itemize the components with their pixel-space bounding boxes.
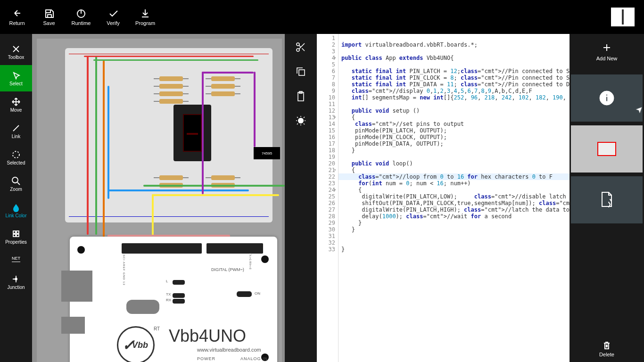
wire[interactable] — [93, 59, 258, 61]
logo-text: Vbb — [132, 340, 148, 350]
properties-icon — [11, 229, 21, 239]
move-label: Move — [10, 107, 22, 113]
debug-button[interactable] — [295, 115, 306, 126]
resistor[interactable] — [211, 76, 235, 81]
delete-label: Delete — [599, 352, 614, 357]
resistor[interactable] — [159, 76, 183, 81]
toolbox-button[interactable]: Toolbox — [0, 39, 32, 65]
wire[interactable] — [87, 56, 89, 235]
zoom-button[interactable]: Zoom — [0, 171, 32, 197]
svg-point-8 — [297, 43, 299, 46]
top-toolbar: Return Save Runtime Verify Program — [0, 0, 644, 34]
on-led — [237, 291, 252, 297]
code-body[interactable]: import virtualbreadboard.vbbRT.boards.*;… — [339, 34, 570, 362]
on-label: ON — [255, 291, 260, 296]
resistor[interactable] — [159, 84, 183, 89]
cut-button[interactable] — [295, 41, 306, 53]
resistor[interactable] — [211, 84, 235, 89]
arduino-board[interactable]: SCI AREF GND 13 L TX RX ON DIGITAL (PWM~… — [70, 237, 277, 362]
arduino-leds: L TX RX — [173, 279, 191, 300]
selected-button[interactable]: Selected — [0, 144, 32, 171]
wire[interactable] — [103, 60, 105, 258]
svg-rect-10 — [299, 70, 305, 75]
thumbnail-selection — [597, 142, 616, 156]
scissors-icon — [295, 41, 306, 53]
svg-rect-5 — [13, 234, 16, 237]
wire[interactable] — [95, 56, 97, 235]
add-new-button[interactable]: Add New — [596, 42, 618, 61]
rt-label: RT — [154, 326, 160, 331]
junction-button[interactable]: Junction — [0, 269, 32, 295]
resistor[interactable] — [211, 91, 235, 96]
paste-button[interactable] — [295, 90, 306, 102]
save-icon — [44, 8, 54, 18]
wire[interactable] — [152, 194, 279, 196]
save-button[interactable]: Save — [35, 3, 63, 31]
zoom-label: Zoom — [10, 187, 22, 192]
power-label: POWER — [197, 356, 215, 361]
breadboard-canvas[interactable]: 74595 — [32, 34, 285, 362]
right-panel: Add New i Delete — [570, 34, 644, 362]
pencil-icon — [11, 123, 21, 133]
wire[interactable] — [202, 72, 204, 194]
resistor[interactable] — [159, 91, 183, 96]
shift-register-chip[interactable]: 74595 — [254, 147, 280, 159]
resistor[interactable] — [159, 175, 183, 180]
copy-icon — [295, 66, 306, 77]
breadboard-thumbnail[interactable] — [571, 125, 643, 173]
properties-label: Properties — [5, 239, 27, 245]
svg-rect-4 — [17, 231, 19, 233]
wire[interactable] — [254, 72, 256, 147]
wire[interactable] — [84, 56, 254, 57]
svg-rect-6 — [17, 234, 19, 237]
zoom-icon — [11, 176, 21, 186]
split-view-button[interactable] — [611, 8, 635, 26]
svg-point-13 — [298, 118, 304, 123]
verify-button[interactable]: Verify — [99, 3, 127, 31]
chip-label: 74595 — [262, 151, 272, 156]
wire[interactable] — [107, 189, 249, 191]
vbb-logo: Vbb — [117, 326, 155, 362]
svg-text:i: i — [605, 92, 608, 104]
move-button[interactable]: Move — [0, 91, 32, 118]
junction-label: Junction — [7, 285, 25, 290]
wire[interactable] — [107, 86, 109, 199]
return-label: Return — [9, 20, 25, 26]
plus-icon — [602, 42, 612, 53]
led-tx-label: TX — [166, 292, 171, 296]
digital-label: DIGITAL (PWM~) — [211, 267, 244, 272]
delete-button[interactable]: Delete — [570, 340, 644, 357]
copy-button[interactable] — [295, 66, 306, 77]
pin-tx-labels: TX->1 RX<-0 — [249, 253, 252, 269]
wire[interactable] — [202, 72, 254, 74]
info-card[interactable]: i — [571, 74, 643, 122]
resistor[interactable] — [159, 99, 183, 104]
svg-point-2 — [12, 177, 18, 183]
script-card[interactable] — [571, 176, 643, 223]
arduino-url: www.virtualbreadboard.com — [197, 347, 261, 353]
code-editor[interactable]: 1234567891011121314151617181920212223242… — [317, 34, 570, 362]
program-label: Program — [135, 20, 155, 26]
left-toolbar: Toolbox Select Move Link Selected Zoom L… — [0, 34, 32, 362]
bug-icon — [295, 115, 306, 126]
svg-rect-3 — [13, 231, 16, 233]
verify-label: Verify — [107, 20, 120, 26]
return-button[interactable]: Return — [3, 3, 31, 31]
svg-point-7 — [15, 278, 17, 280]
toolbox-label: Toolbox — [8, 55, 24, 60]
seven-segment-display[interactable] — [173, 105, 211, 161]
wire[interactable] — [143, 185, 285, 187]
link-color-button[interactable]: Link Color — [0, 197, 32, 223]
resistor[interactable] — [211, 175, 235, 180]
runtime-button[interactable]: Runtime — [67, 3, 95, 31]
svg-point-9 — [297, 49, 299, 51]
info-icon: i — [599, 90, 615, 106]
program-button[interactable]: Program — [131, 3, 159, 31]
select-button[interactable]: Select — [0, 65, 32, 91]
save-label: Save — [43, 20, 55, 26]
net-button[interactable]: NET — [0, 250, 32, 269]
properties-button[interactable]: Properties — [0, 223, 32, 250]
analog-label: ANALOG IN — [240, 356, 268, 361]
download-icon — [140, 8, 150, 18]
link-button[interactable]: Link — [0, 118, 32, 144]
